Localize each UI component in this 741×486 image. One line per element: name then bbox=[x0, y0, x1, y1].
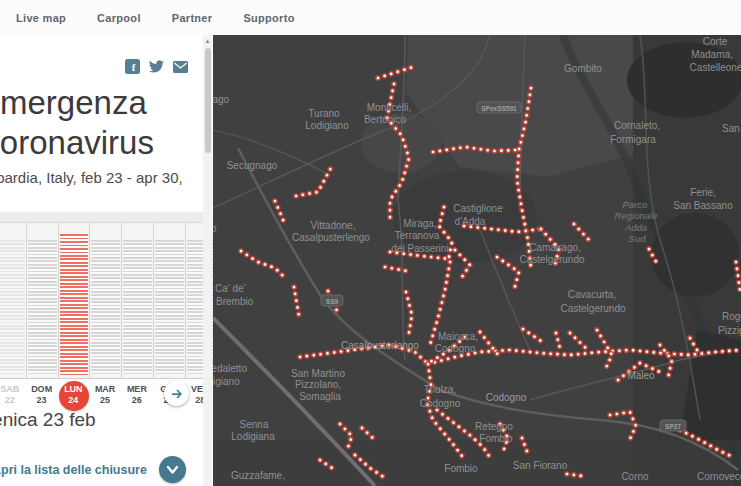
map-label: Terranova bbox=[395, 230, 440, 241]
map-label: Madama, bbox=[691, 49, 733, 60]
nav-supporto[interactable]: Supporto bbox=[243, 12, 294, 24]
map-label: Turano bbox=[308, 108, 340, 119]
timeline-day-dom[interactable]: DOM23 bbox=[26, 380, 58, 406]
map-label: Codogno bbox=[435, 343, 476, 354]
map-label: Codogno bbox=[420, 398, 461, 409]
svg-text:SPexSS591: SPexSS591 bbox=[481, 105, 517, 112]
map-label: Roggione, bbox=[722, 311, 741, 322]
nav-carpool[interactable]: Carpool bbox=[97, 12, 141, 24]
timeline-chart bbox=[0, 223, 213, 379]
map-label: Mairago bbox=[213, 94, 229, 105]
closures-list-link[interactable]: Apri la lista delle chiusure bbox=[0, 463, 147, 477]
map-label: Senna bbox=[240, 419, 269, 430]
map-label: Retegno bbox=[475, 421, 513, 432]
svg-text:SP27: SP27 bbox=[665, 423, 681, 430]
map-label: Lodigiano bbox=[213, 376, 240, 387]
day-heading: Domenica 23 feb bbox=[0, 409, 96, 431]
timeline-day-mer[interactable]: MER26 bbox=[121, 380, 153, 406]
map-label: Castelgerundo bbox=[560, 303, 625, 314]
map-label: Lodigiano bbox=[305, 120, 349, 131]
map-label: San Fiorano bbox=[513, 460, 568, 471]
timeline-column-gio bbox=[153, 223, 185, 378]
map-label: Casalpusterlengo bbox=[341, 340, 419, 351]
email-icon[interactable] bbox=[173, 61, 188, 73]
scroll-up-icon[interactable]: ▲ bbox=[203, 37, 212, 46]
panel-scrollbar[interactable]: ▲ bbox=[203, 35, 212, 486]
map-label: Castelgerundo bbox=[519, 254, 584, 265]
map-label: Adda bbox=[624, 222, 647, 233]
page: Live map Carpool Partner Supporto f Emer… bbox=[0, 0, 741, 486]
map-label: dei Passerini bbox=[391, 243, 448, 254]
map-label: Miraga, bbox=[403, 218, 436, 229]
map-label: Camairago, bbox=[529, 242, 581, 253]
map-label: Castelleone bbox=[690, 62, 741, 73]
map-label: Bertonico bbox=[364, 114, 407, 125]
road-shield: SPexSS591 bbox=[477, 102, 521, 113]
page-subtitle: Lombardia, Italy, feb 23 - apr 30, bbox=[0, 169, 183, 186]
page-title-line2: Coronavirus bbox=[0, 123, 154, 163]
share-buttons: f bbox=[125, 59, 188, 74]
map-label: Castiglione bbox=[453, 203, 503, 214]
map-label: Cornaleto, bbox=[614, 120, 660, 131]
map-label: Vittadone, bbox=[311, 220, 356, 231]
map-label: Parco bbox=[623, 199, 648, 210]
page-title-line1: Emergenza bbox=[0, 83, 154, 123]
map-label: Cornovecchio bbox=[697, 471, 741, 482]
timeline-day-mar[interactable]: MAR25 bbox=[89, 380, 121, 406]
info-panel: f Emergenza Coronavirus Lombardia, Italy… bbox=[0, 35, 213, 486]
twitter-icon[interactable] bbox=[149, 60, 164, 73]
scrollbar-thumb[interactable] bbox=[205, 48, 211, 153]
map-label: Brembio bbox=[216, 296, 254, 307]
map-label: Cavacurta, bbox=[568, 289, 616, 300]
map-label: Gombito bbox=[564, 63, 602, 74]
map-label: Fombio bbox=[479, 433, 513, 444]
map-label: Corte bbox=[703, 36, 728, 47]
map-label: Lodigiana bbox=[231, 431, 275, 442]
timeline-day-lun[interactable]: LUN24 bbox=[58, 380, 90, 406]
map-label: d'Adda bbox=[455, 216, 486, 227]
timeline-column-mer bbox=[121, 223, 153, 378]
timeline-day-sab[interactable]: SAB22 bbox=[0, 380, 26, 406]
svg-text:SS9: SS9 bbox=[326, 298, 339, 305]
timeline-column-sab bbox=[0, 223, 26, 378]
map-label: Corno bbox=[621, 471, 649, 482]
facebook-icon[interactable]: f bbox=[125, 59, 140, 74]
map-label: Brembio bbox=[213, 223, 217, 234]
closure-line bbox=[567, 474, 582, 476]
map-label: San Martino bbox=[291, 368, 345, 379]
map-label: Somaglia bbox=[299, 391, 341, 402]
map-label: Regionale bbox=[615, 210, 658, 221]
map-label: Ferie, bbox=[690, 187, 716, 198]
map-label: San bbox=[722, 123, 740, 134]
nav-menu: Live map Carpool Partner Supporto bbox=[16, 0, 295, 35]
svg-text:f: f bbox=[132, 61, 136, 73]
map-label: Secugnago bbox=[227, 160, 278, 171]
map-label: Sud bbox=[629, 233, 647, 244]
map-label: Ca' de' bbox=[215, 283, 246, 294]
nav-partner[interactable]: Partner bbox=[172, 12, 213, 24]
nav-live-map[interactable]: Live map bbox=[16, 12, 66, 24]
map-label: Formigara bbox=[610, 134, 656, 145]
page-title: Emergenza Coronavirus bbox=[0, 83, 154, 163]
timeline-column-mar bbox=[89, 223, 121, 378]
road-shield: SP27 bbox=[660, 420, 686, 431]
map-label: Codogno bbox=[486, 392, 527, 403]
map-label: Fombio bbox=[444, 463, 478, 474]
map-label: Pizzighettone bbox=[718, 325, 741, 336]
map-label: Guzzafame, bbox=[231, 470, 285, 481]
map-label: Ospedaletto bbox=[213, 363, 247, 374]
map-label: Pizzolano, bbox=[295, 379, 341, 390]
map-label: San Bassano bbox=[673, 200, 733, 211]
map-label: Monticelli, bbox=[367, 102, 411, 113]
timeline-column-lun bbox=[58, 223, 90, 378]
top-navbar: Live map Carpool Partner Supporto bbox=[0, 0, 741, 35]
map-canvas[interactable]: SPexSS591SS9SP27 MairagoTuranoLodigianoM… bbox=[213, 35, 741, 486]
next-days-button[interactable] bbox=[164, 381, 189, 406]
timeline-header-band bbox=[0, 212, 207, 223]
map-label: Casalpusterlengo bbox=[292, 232, 370, 243]
expand-closures-button[interactable] bbox=[159, 456, 186, 483]
map-label: Maleo bbox=[627, 370, 655, 381]
map-label: Triulza, bbox=[424, 384, 456, 395]
timeline-column-dom bbox=[26, 223, 58, 378]
road-shield: SS9 bbox=[321, 295, 343, 306]
